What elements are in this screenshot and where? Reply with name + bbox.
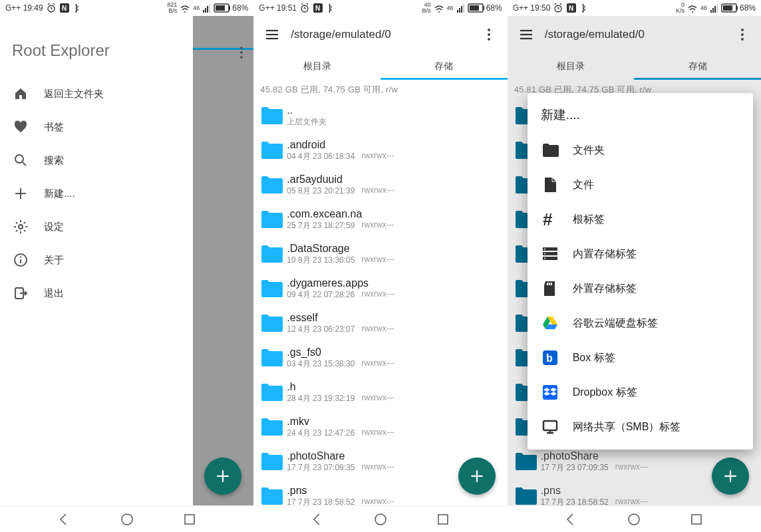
- signal-icon: [456, 4, 465, 13]
- file-perm: rwxrwx---: [361, 255, 394, 266]
- nav-recent[interactable]: [688, 511, 704, 527]
- bluetooth-icon: [579, 3, 589, 13]
- file-row[interactable]: .h 28 4月 23 19:32:19rwxrwx---: [253, 375, 507, 410]
- file-name: .gs_fs0: [287, 346, 503, 358]
- file-row[interactable]: .ar5ayduuid 05 8月 23 20:21:39rwxrwx---: [253, 168, 507, 202]
- popup-item[interactable]: 网络共享（SMB）标签: [528, 410, 753, 444]
- nav-home[interactable]: [119, 511, 135, 527]
- file-date: 09 4月 22 07:28:26: [287, 289, 355, 301]
- popup-item-label: 内置存储标签: [573, 247, 637, 261]
- nav-home[interactable]: [373, 511, 388, 527]
- fab-add[interactable]: [712, 458, 749, 495]
- popup-item-label: 文件夹: [573, 144, 605, 158]
- signal-icon: [202, 4, 211, 13]
- nav-back[interactable]: [310, 511, 326, 527]
- popup-item[interactable]: Dropbox 标签: [528, 375, 753, 410]
- file-date: 04 4月 23 06:18:34: [287, 151, 355, 162]
- drawer-item[interactable]: 设定: [0, 210, 193, 243]
- file-date: 03 4月 23 15:38:30: [287, 358, 355, 370]
- drawer-backdrop[interactable]: [193, 16, 253, 505]
- file-row[interactable]: .mkv 24 4月 23 12:47:26rwxrwx---: [253, 410, 507, 444]
- status-bar: G++ 19:49 821B/s 46 68%: [0, 0, 253, 16]
- drawer-item-label: 书签: [44, 121, 64, 134]
- drawer-item[interactable]: 关于: [0, 243, 193, 277]
- tab-storage[interactable]: 存储: [380, 53, 508, 80]
- heart-icon: [13, 120, 28, 134]
- status-time: G++ 19:49: [5, 3, 43, 13]
- folder-icon: [257, 412, 287, 442]
- parent-row[interactable]: ..上层文件夹: [253, 98, 507, 133]
- nav-back[interactable]: [57, 511, 73, 527]
- tabs: 根目录 存储: [253, 53, 507, 80]
- file-row[interactable]: .dygameres.apps 09 4月 22 07:28:26rwxrwx-…: [253, 271, 507, 306]
- menu-icon: [264, 27, 280, 43]
- fab-add[interactable]: [204, 458, 241, 495]
- file-date: 10 8月 23 13:36:05: [287, 255, 355, 266]
- popup-item[interactable]: 根标签: [528, 202, 753, 237]
- folder-icon: [257, 205, 287, 234]
- android-navbar: [253, 505, 507, 532]
- drawer-item[interactable]: 新建....: [0, 177, 193, 210]
- file-name: .esself: [287, 311, 503, 324]
- popup-item-label: 谷歌云端硬盘标签: [573, 317, 658, 331]
- tab-root[interactable]: 根目录: [508, 53, 635, 80]
- tabs: 根目录 存储: [508, 53, 761, 80]
- hamburger-button[interactable]: [513, 21, 539, 48]
- tab-storage[interactable]: 存储: [634, 53, 761, 80]
- nav-back[interactable]: [563, 511, 579, 527]
- plus-icon: [215, 468, 231, 484]
- nav-home[interactable]: [626, 511, 642, 527]
- nav-recent[interactable]: [182, 511, 198, 527]
- plus-icon: [469, 468, 485, 484]
- storage-icon: [541, 245, 559, 263]
- drawer-item[interactable]: 返回主文件夹: [0, 77, 193, 110]
- folder-icon: [257, 309, 287, 338]
- overflow-menu-button[interactable]: [476, 21, 502, 48]
- nav-recent[interactable]: [435, 511, 451, 527]
- overflow-menu-button[interactable]: [240, 47, 243, 59]
- search-icon: [13, 153, 28, 168]
- tab-root[interactable]: 根目录: [253, 53, 380, 80]
- popup-item-label: 外置存储标签: [573, 282, 637, 296]
- info-icon: [13, 253, 28, 267]
- overflow-menu-button[interactable]: [729, 21, 756, 48]
- popup-item-label: 根标签: [573, 213, 605, 227]
- drawer-item-label: 关于: [44, 254, 64, 267]
- file-date: 24 4月 23 12:47:26: [287, 428, 355, 439]
- folder-icon: [512, 481, 541, 505]
- popup-item[interactable]: Box 标签: [528, 340, 753, 375]
- popup-item-label: Box 标签: [573, 351, 615, 365]
- file-perm: rwxrwx---: [615, 497, 648, 505]
- drawer-item-label: 返回主文件夹: [44, 88, 104, 100]
- plus-icon: [13, 186, 28, 201]
- popup-item[interactable]: 文件夹: [528, 133, 753, 168]
- file-row[interactable]: .gs_fs0 03 4月 23 15:38:30rwxrwx---: [253, 340, 507, 375]
- navigation-drawer: Root Explorer 返回主文件夹书签搜索新建....设定关于退出: [0, 16, 193, 532]
- file-date: 12 4月 23 06:23:07: [287, 324, 355, 335]
- popup-item[interactable]: 文件: [528, 168, 753, 202]
- gdrive-icon: [541, 314, 559, 332]
- drawer-item[interactable]: 书签: [0, 110, 193, 144]
- file-row[interactable]: .android 04 4月 23 06:18:34rwxrwx---: [253, 133, 507, 168]
- battery-icon: [721, 3, 738, 13]
- parent-label: 上层文件夹: [287, 116, 327, 128]
- popup-item[interactable]: 内置存储标签: [528, 237, 753, 271]
- app-title: Root Explorer: [0, 29, 193, 77]
- file-row[interactable]: .com.excean.na 25 7月 23 18:27:59rwxrwx--…: [253, 202, 507, 237]
- android-navbar: [0, 505, 253, 532]
- drawer-item[interactable]: 退出: [0, 277, 193, 310]
- bluetooth-icon: [73, 3, 82, 13]
- folder-icon: [257, 343, 287, 372]
- exit-icon: [13, 286, 28, 301]
- drawer-item[interactable]: 搜索: [0, 144, 193, 177]
- file-name: .h: [287, 380, 503, 393]
- file-row[interactable]: .esself 12 4月 23 06:23:07rwxrwx---: [253, 306, 507, 340]
- popup-item[interactable]: 谷歌云端硬盘标签: [528, 306, 753, 340]
- signal-icon: [710, 4, 718, 13]
- hamburger-button[interactable]: [259, 21, 285, 48]
- popup-item-label: 文件: [573, 178, 594, 192]
- popup-item-label: Dropbox 标签: [573, 386, 637, 400]
- file-row[interactable]: .DataStorage 10 8月 23 13:36:05rwxrwx---: [253, 237, 507, 271]
- fab-add[interactable]: [458, 458, 496, 495]
- popup-item[interactable]: 外置存储标签: [528, 271, 753, 306]
